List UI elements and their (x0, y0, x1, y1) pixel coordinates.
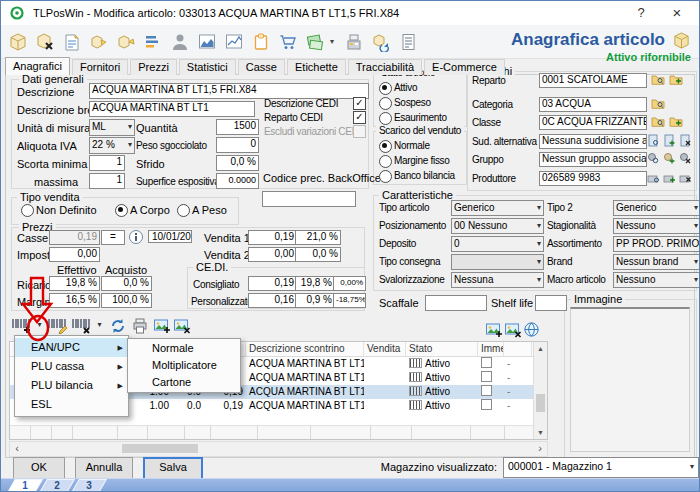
col-immagine[interactable]: Imme (478, 342, 504, 356)
radio-esaurimento[interactable] (379, 112, 392, 125)
delete-article-icon[interactable] (33, 29, 57, 55)
image-checkbox[interactable] (481, 357, 492, 368)
menu-item-plu-cassa[interactable]: PLU cassa▶ (15, 357, 128, 376)
tab-fornitori[interactable]: Fornitori (72, 59, 128, 75)
col-vendita[interactable]: Vendita (364, 342, 406, 356)
tipo-articolo-select[interactable]: Generico▾ (451, 200, 544, 216)
image-checkbox[interactable] (481, 399, 492, 410)
report-icon[interactable] (396, 29, 420, 55)
image-remove-icon[interactable] (504, 321, 522, 339)
superfice-input[interactable]: 0.0000 (216, 173, 259, 189)
consigliato-input[interactable]: 0,19 (248, 276, 297, 291)
deposito-select[interactable]: 0▾ (451, 236, 544, 252)
line-chart-icon[interactable] (222, 29, 246, 55)
box-in-icon[interactable] (114, 29, 138, 55)
margine-acquisto-input[interactable]: 100,0 % (101, 293, 152, 308)
person-icon[interactable] (168, 29, 192, 55)
barcode-edit-icon[interactable] (47, 318, 69, 334)
descrizione-cedi-checkbox[interactable]: ✓ (353, 97, 366, 110)
article-icon[interactable] (6, 29, 30, 55)
refresh-icon[interactable] (109, 317, 127, 335)
group-search-icon[interactable] (647, 152, 660, 165)
money-icon[interactable] (303, 29, 327, 55)
annulla-button[interactable]: Annulla (75, 457, 133, 479)
doc-search-icon[interactable] (647, 134, 660, 147)
quantita-input[interactable]: 1500 (216, 119, 259, 135)
help-button[interactable]: ? (627, 3, 655, 23)
scaffale-input[interactable] (425, 295, 487, 311)
ricarico-effettivo-input[interactable]: 19,8 % (49, 276, 100, 291)
stats-list-icon[interactable] (141, 29, 165, 55)
sheet-tab-3[interactable]: 3 (71, 479, 107, 492)
tab-prezzi[interactable]: Prezzi (130, 59, 177, 75)
submenu-item-normale[interactable]: Normale (128, 340, 240, 357)
doc-plus-icon[interactable] (663, 134, 676, 147)
stagionalita-select[interactable]: Nessuno▾ (613, 218, 700, 234)
vendita1-pct-input[interactable]: 21,0 % (295, 230, 341, 245)
classe-input[interactable]: 0C ACQUA FRIZZANTE (539, 115, 647, 130)
radio-attivo[interactable] (379, 82, 392, 95)
aliquota-select[interactable]: 22 %▾ (89, 137, 135, 154)
money-dropdown-icon[interactable]: ▾ (330, 37, 339, 46)
col-descrizione-scontrino[interactable]: Descrizione scontrino (246, 342, 364, 356)
radio-sospeso[interactable] (379, 97, 392, 110)
cart-icon[interactable] (276, 29, 300, 55)
reparto-input[interactable]: 0001 SCATOLAME (539, 73, 647, 88)
print-icon[interactable] (131, 317, 149, 335)
folder-search-icon[interactable] (651, 97, 665, 110)
equals-button[interactable]: = (101, 230, 125, 245)
shelf-life-input[interactable] (535, 295, 567, 311)
massima-input[interactable]: 1 (89, 173, 125, 189)
vendita2-input[interactable]: 0,00 (248, 247, 297, 262)
radio-banco-bilancia[interactable] (379, 170, 392, 183)
close-button[interactable]: × (663, 3, 691, 23)
folder-search-icon[interactable] (651, 73, 665, 86)
personalizzato-diff-input[interactable]: -18,75% (333, 293, 366, 308)
image-remove-icon[interactable] (173, 317, 191, 335)
gruppo-input[interactable]: Nessun gruppo associato (539, 152, 647, 167)
barcode-add-dropdown-icon[interactable]: ▾ (35, 320, 44, 329)
tab-tracciabilita[interactable]: Tracciabilità (348, 59, 422, 75)
image-add-icon[interactable] (153, 317, 171, 335)
scroll-down-icon[interactable]: ▼ (534, 426, 547, 439)
macro-articolo-select[interactable]: Nessuno▾ (613, 272, 700, 288)
sud-alternativa-input[interactable]: Nessuna suddivisione assoc (539, 134, 647, 149)
peso-input[interactable]: 0 (216, 137, 259, 153)
group-plus-icon[interactable] (663, 152, 676, 165)
scrollbar-thumb[interactable] (536, 394, 545, 412)
casse-date-input[interactable]: 10/01/20 (148, 230, 192, 243)
descrizione-input[interactable]: ACQUA MARTINA BT LT1,5 FRI.X84 (89, 83, 369, 99)
imposto-input[interactable]: 0,00 (49, 247, 100, 262)
categoria-input[interactable]: 03 ACQUA (539, 97, 647, 112)
menu-item-esl[interactable]: ESL (15, 395, 128, 414)
vendita1-input[interactable]: 0,19 (248, 230, 297, 245)
menu-item-plu-bilancia[interactable]: PLU bilancia▶ (15, 376, 128, 395)
tab-casse[interactable]: Casse (238, 59, 285, 75)
assortimento-select[interactable]: PP PROD. PRIMO I▾ (613, 236, 700, 252)
scroll-left-icon[interactable]: ‹ (10, 442, 24, 456)
submenu-item-moltiplicatore[interactable]: Moltiplicatore (128, 357, 240, 374)
factory-search-icon[interactable] (647, 171, 660, 184)
consigliato-diff-input[interactable]: 0,00% (333, 276, 366, 291)
barcode-add-icon[interactable] (11, 318, 33, 334)
produttore-input[interactable]: 026589 9983 (539, 171, 647, 186)
personalizzato-pct-input[interactable]: 0,9 % (295, 293, 335, 308)
scrollbar-thumb[interactable] (122, 444, 198, 453)
scorta-minima-input[interactable]: 1 (89, 155, 125, 171)
document-list-icon[interactable] (60, 29, 84, 55)
consigliato-pct-input[interactable]: 19,8 % (295, 276, 335, 291)
tab-anagrafici[interactable]: Anagrafici (5, 57, 70, 75)
doc-remove-icon[interactable] (679, 134, 692, 147)
tab-ecommerce[interactable]: E-Commerce (424, 59, 505, 75)
group-remove-icon[interactable] (679, 152, 692, 165)
radio-non-definito[interactable] (21, 204, 34, 217)
sfrido-input[interactable]: 0,0 % (216, 155, 259, 171)
box-out-icon[interactable] (87, 29, 111, 55)
image-checkbox[interactable] (481, 385, 492, 396)
radio-a-corpo[interactable] (115, 204, 128, 217)
scroll-up-icon[interactable]: ▲ (534, 342, 547, 355)
folder-plus-icon[interactable] (669, 115, 683, 128)
personalizzato-input[interactable]: 0,16 (248, 293, 297, 308)
factory-plus-icon[interactable] (663, 171, 676, 184)
reparto-cedi-checkbox[interactable]: ✓ (353, 111, 366, 124)
